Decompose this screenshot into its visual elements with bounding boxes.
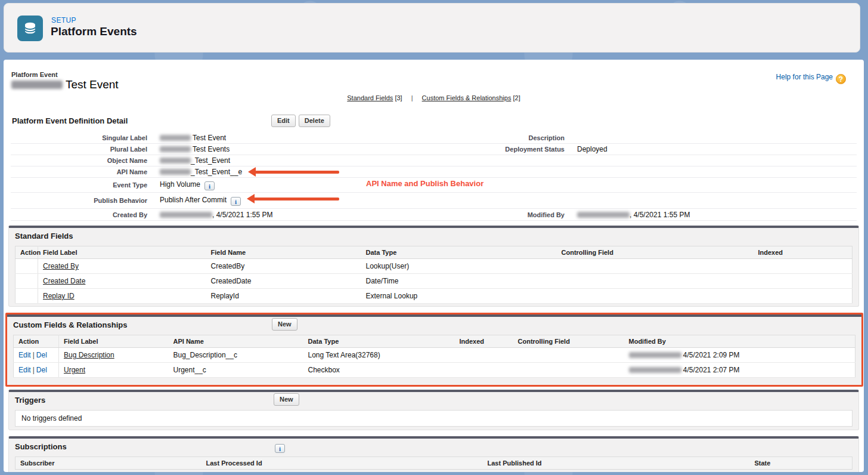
info-icon[interactable]: i [275,444,285,453]
redacted-user-name [160,212,212,218]
detail-row-singular-label: Singular Label Test Event [11,132,428,144]
detail-grid: Singular Label Test Event Plural Label T… [11,132,857,221]
table-header-row: Action Field Label API Name Data Type In… [14,335,855,348]
custom-fields-table: Action Field Label API Name Data Type In… [13,335,855,378]
table-row: Edit|Del Urgent Urgent__c Checkbox 4/5/2… [14,363,855,378]
standard-fields-table: Action Field Label Field Name Data Type … [15,246,852,304]
detail-row-plural-label: Plural Label Test Events [11,144,428,155]
record-name: Test Event [11,78,119,91]
field-link-urgent[interactable]: Urgent [64,366,85,374]
table-row: Edit|Del Bug Description Bug_Description… [14,348,855,363]
setup-breadcrumb: SETUP [51,16,76,24]
field-link-created-date[interactable]: Created Date [43,277,85,285]
nav-link-standard-fields[interactable]: Standard Fields [347,94,393,101]
triggers-section: Triggers New No triggers defined [8,390,859,430]
standard-fields-title: Standard Fields [15,232,73,240]
detail-section-title: Platform Event Definition Detail [12,116,128,125]
arrow-publish-behavior [247,194,339,203]
section-nav: Standard Fields [3] | Custom Fields & Re… [4,94,864,101]
standard-fields-count: [3] [395,94,402,101]
info-icon[interactable]: i [204,181,215,190]
edit-link[interactable]: Edit [18,351,31,359]
subscriptions-title: Subscriptions [15,442,67,451]
record-type-label: Platform Event [11,71,58,78]
question-mark-icon[interactable]: ? [836,74,846,84]
detail-row-api-name: API Name _Test_Event__e [11,166,428,178]
detail-row-empty [428,155,857,166]
table-row: Created Date CreatedDate Date/Time [16,274,852,289]
table-row: Created By CreatedBy Lookup(User) [16,259,852,274]
custom-fields-count: [2] [513,94,520,101]
arrow-api-name [248,167,339,177]
detail-row-object-name: Object Name _Test_Event [11,155,428,166]
table-row: Replay ID ReplayId External Lookup [16,289,852,304]
detail-row-deployment-status: Deployment Status Deployed [428,144,857,155]
custom-fields-title: Custom Fields & Relationships [13,320,127,329]
redacted-record-prefix [11,81,63,89]
redacted-text [160,158,191,164]
database-icon [22,20,38,36]
info-icon[interactable]: i [231,197,241,206]
subscriptions-section: Subscriptions i Subscriber Last Processe… [8,436,859,472]
main-content: Platform Event Test Event Help for this … [4,60,864,472]
subscriptions-table: Subscriber Last Processed Id Last Publis… [15,457,852,470]
triggers-title: Triggers [15,396,45,405]
delete-button[interactable]: Delete [299,115,330,127]
redacted-user-name [577,212,630,218]
field-link-replay-id[interactable]: Replay ID [43,292,75,300]
page-title: Platform Events [51,25,137,38]
field-link-created-by[interactable]: Created By [43,262,79,270]
redacted-user-name [629,367,681,373]
redacted-text [160,169,191,175]
platform-events-icon [17,16,43,41]
help-link[interactable]: Help for this Page [776,73,833,81]
nav-separator: | [411,94,413,101]
detail-row-modified-by: Modified By , 4/5/2021 1:55 PM [428,209,857,221]
edit-link[interactable]: Edit [18,366,31,374]
del-link[interactable]: Del [36,351,47,359]
detail-row-publish-behavior: Publish Behavior Publish After Commiti [11,193,428,209]
edit-button[interactable]: Edit [271,115,296,127]
new-custom-field-button[interactable]: New [272,318,297,331]
nav-link-custom-fields[interactable]: Custom Fields & Relationships [422,94,512,101]
standard-fields-section: Standard Fields Action Field Label Field… [8,226,859,307]
detail-row-created-by: Created By , 4/5/2021 1:55 PM [11,209,428,221]
table-header-row: Action Field Label Field Name Data Type … [16,246,852,259]
detail-row-event-type: Event Type High Volumei [11,178,428,193]
annotation-callout: API Name and Publish Behavior [366,179,483,188]
del-link[interactable]: Del [36,366,47,374]
help-for-this-page: Help for this Page? [776,73,846,84]
custom-fields-highlight-box: Custom Fields & Relationships New Action… [5,313,863,387]
detail-section-header: Platform Event Definition Detail EditDel… [11,115,857,129]
detail-row-description: Description [428,132,857,144]
detail-row-empty [428,166,857,178]
detail-row-empty [428,193,857,209]
detail-row-empty [428,178,857,193]
redacted-text [160,135,191,141]
custom-fields-section: Custom Fields & Relationships New Action… [7,314,861,385]
redacted-user-name [629,352,681,358]
field-link-bug-description[interactable]: Bug Description [64,351,114,359]
triggers-empty-message: No triggers defined [15,410,852,427]
new-trigger-button[interactable]: New [274,393,299,406]
table-header-row: Subscriber Last Processed Id Last Publis… [16,457,852,470]
setup-app-header: SETUP Platform Events [4,3,860,53]
redacted-text [160,146,191,152]
